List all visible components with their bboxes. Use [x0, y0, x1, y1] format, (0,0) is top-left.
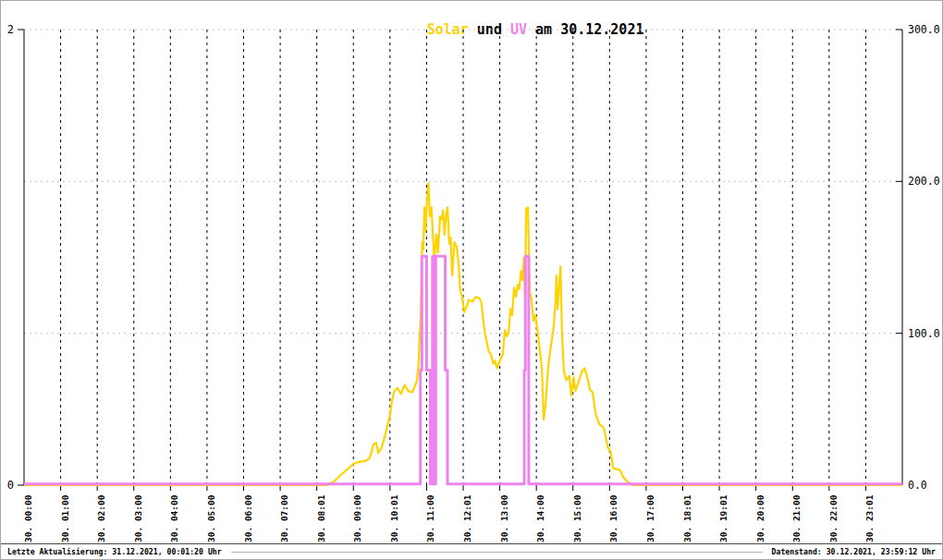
x-axis-time-label: 30. 19:01	[718, 494, 729, 542]
footer-divider-line	[231, 552, 763, 553]
x-axis-time-label: 30. 07:00	[279, 494, 289, 542]
last-update-text: Letzte Aktualisierung: 31.12.2021, 00:01…	[7, 547, 222, 556]
x-axis-time-label: 30. 09:00	[352, 494, 362, 542]
x-axis-time-label: 30. 23:01	[864, 494, 875, 542]
x-axis-time-label: 30. 18:01	[682, 494, 692, 542]
x-axis-time-label: 30. 13:00	[499, 494, 509, 542]
solar-uv-chart-canvas: 20300.0200.0100.00.030. 00:0030. 01:0030…	[1, 1, 943, 544]
x-axis-time-label: 30. 02:00	[96, 494, 106, 542]
x-axis-time-label: 30. 08:01	[316, 494, 326, 542]
x-axis-time-label: 30. 03:00	[133, 494, 143, 542]
x-axis-time-label: 30. 12:01	[462, 494, 472, 542]
x-axis-time-label: 30. 06:00	[243, 494, 253, 542]
x-axis-time-label: 30. 21:00	[791, 494, 802, 542]
x-axis-time-label: 30. 01:00	[60, 494, 70, 542]
x-axis-time-label: 30. 05:00	[206, 494, 216, 542]
x-axis-time-label: 30. 11:00	[425, 494, 435, 542]
right-axis-tick-label: 0.0	[908, 479, 927, 492]
right-axis-tick-label: 300.0	[908, 23, 940, 36]
x-axis-time-label: 30. 15:00	[572, 494, 582, 542]
weather-chart-panel: Solar und UV am 30.12.2021 20300.0200.01…	[0, 0, 943, 560]
left-axis-tick-label: 2	[7, 23, 14, 36]
x-axis-time-label: 30. 00:00	[23, 494, 33, 542]
x-axis-time-label: 30. 17:00	[645, 494, 655, 542]
right-axis-tick-label: 100.0	[908, 327, 940, 340]
x-axis-time-label: 30. 04:00	[169, 494, 179, 542]
left-axis-tick-label: 0	[7, 479, 14, 492]
right-axis-tick-label: 200.0	[908, 175, 940, 188]
x-axis-time-label: 30. 10:01	[389, 494, 399, 542]
x-axis-time-label: 30. 16:00	[608, 494, 618, 542]
x-axis-time-label: 30. 14:00	[535, 494, 545, 542]
data-state-text: Datenstand: 30.12.2021, 23:59:12 Uhr	[772, 547, 936, 556]
x-axis-time-label: 30. 22:00	[828, 494, 839, 542]
x-axis-time-label: 30. 20:00	[755, 494, 765, 542]
footer-bar: Letzte Aktualisierung: 31.12.2021, 00:01…	[1, 543, 942, 559]
